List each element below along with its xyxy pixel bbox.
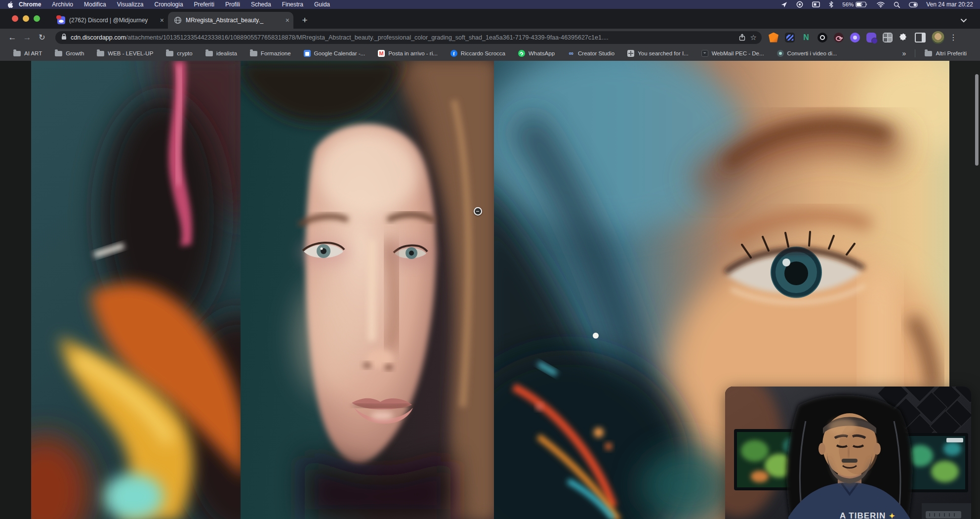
menu-visualizza[interactable]: Visualizza: [112, 1, 149, 8]
bookmark-star-icon[interactable]: ☆: [750, 33, 757, 42]
display-icon[interactable]: [808, 0, 824, 9]
url-text: cdn.discordapp.com/attachments/101351233…: [71, 34, 734, 41]
profile-avatar[interactable]: [932, 31, 944, 44]
discord-favicon: [57, 16, 65, 24]
bookmark-video-converter[interactable]: Converti i video di...: [771, 50, 844, 57]
menu-archivio[interactable]: Archivio: [46, 1, 79, 8]
side-panel-icon[interactable]: [915, 33, 926, 43]
bookmark-folder-formazione[interactable]: Formazione: [244, 50, 297, 56]
menu-profili[interactable]: Profili: [220, 1, 245, 8]
bookmark-label: idealista: [216, 50, 237, 56]
tab-search-chevron-icon[interactable]: [960, 16, 967, 25]
bw-grid-extension-icon[interactable]: [883, 33, 893, 43]
user-switch-icon[interactable]: [904, 0, 922, 9]
watermark-partial: A TIBERIN ✦: [840, 511, 896, 519]
chrome-toolbar: ← → ↻ cdn.discordapp.com/attachments/101…: [0, 29, 980, 46]
black-circle-extension-icon[interactable]: [817, 33, 827, 43]
bookmark-folder-web-level-up[interactable]: WEB - LEVEL-UP: [90, 50, 160, 56]
bookmarks-bar: AI ART Growth WEB - LEVEL-UP crypto idea…: [0, 46, 980, 61]
menu-modifica[interactable]: Modifica: [79, 1, 112, 8]
bookmark-label: Google Calendar -...: [314, 50, 366, 56]
bookmark-folder-ai-art[interactable]: AI ART: [7, 50, 48, 56]
wifi-icon[interactable]: [872, 0, 889, 9]
menu-cronologia[interactable]: Cronologia: [149, 1, 189, 8]
page-margin-left: [0, 61, 31, 519]
page-scrollbar-thumb[interactable]: [975, 74, 979, 166]
extensions-puzzle-icon[interactable]: [899, 33, 908, 42]
screen: { "menubar": { "menus": ["Chrome","Archi…: [0, 0, 980, 519]
artwork-panel-abstract: [31, 61, 241, 519]
bookmark-folder-crypto[interactable]: crypto: [160, 50, 199, 56]
other-favorites-folder[interactable]: Altri Preferiti: [918, 50, 973, 56]
bookmark-facebook-profile[interactable]: fRiccardo Scrocca: [444, 50, 512, 57]
address-bar[interactable]: cdn.discordapp.com/attachments/101351233…: [55, 31, 762, 44]
close-window-button[interactable]: [12, 15, 18, 22]
tab-discord[interactable]: (2762) Discord | @Midjourney ×: [51, 12, 168, 29]
menu-scheda[interactable]: Scheda: [245, 1, 277, 8]
folder-icon: [925, 51, 932, 56]
tab-title: (2762) Discord | @Midjourney: [69, 17, 156, 24]
bookmark-creator-studio[interactable]: ∞Creator Studio: [561, 50, 621, 57]
menu-finestra[interactable]: Finestra: [277, 1, 309, 8]
chrome-menu-icon[interactable]: ⋮: [949, 33, 957, 42]
bookmark-label: WhatsApp: [529, 50, 555, 56]
purple-circle-extension-icon[interactable]: [850, 33, 860, 43]
pink-key-extension-icon[interactable]: [834, 33, 844, 43]
url-domain: cdn.discordapp.com: [71, 34, 126, 41]
bookmark-you-searched[interactable]: You searched for I...: [621, 50, 695, 57]
bookmark-google-calendar[interactable]: Google Calendar -...: [297, 50, 372, 57]
battery-percent: 56%: [842, 1, 856, 7]
bookmark-folder-idealista[interactable]: idealista: [199, 50, 244, 56]
watermark-text: A TIBERIN: [840, 511, 886, 519]
location-arrow-icon[interactable]: [776, 0, 792, 9]
converter-icon: [777, 50, 784, 57]
bookmark-gmail-inbox[interactable]: MPosta in arrivo - ri...: [371, 50, 444, 57]
spotlight-search-icon[interactable]: [889, 0, 904, 9]
bluetooth-icon[interactable]: [824, 0, 838, 9]
desk-keyboard: [922, 503, 971, 519]
purple-stack-badge-extension-icon[interactable]: [866, 33, 876, 43]
bookmark-webmail-pec[interactable]: WebMail PEC - De...: [695, 50, 771, 57]
menu-chrome[interactable]: Chrome: [13, 1, 46, 8]
artwork-panel-portrait: [241, 61, 494, 519]
menu-guida[interactable]: Guida: [309, 1, 335, 8]
bookmark-folder-growth[interactable]: Growth: [48, 50, 90, 56]
blue-waves-extension-icon[interactable]: [785, 33, 795, 43]
reload-button[interactable]: ↻: [35, 33, 49, 42]
calendar-icon: [304, 50, 311, 57]
facebook-icon: f: [450, 50, 457, 57]
bookmark-whatsapp[interactable]: WhatsApp: [512, 50, 561, 57]
forward-button[interactable]: →: [20, 33, 35, 43]
green-n-extension-icon[interactable]: N: [801, 33, 811, 43]
apple-menu-icon[interactable]: [7, 1, 13, 8]
tab-title: MRregista_Abstract_beauty._: [186, 17, 282, 24]
chrome-tab-strip: (2762) Discord | @Midjourney × MRregista…: [0, 9, 980, 29]
extensions-row: N: [769, 33, 908, 43]
globe-favicon: [174, 16, 182, 24]
bookmark-label: Riccardo Scrocca: [461, 50, 505, 56]
tab-image-active[interactable]: MRregista_Abstract_beauty._ ×: [168, 12, 293, 29]
bookmarks-overflow-chevron[interactable]: »: [897, 49, 912, 57]
bookmark-label: Formazione: [261, 50, 291, 56]
bookmark-label: Altri Preferiti: [936, 50, 967, 56]
close-tab-icon[interactable]: ×: [285, 16, 293, 24]
share-icon[interactable]: [739, 34, 745, 41]
lock-icon[interactable]: [61, 33, 67, 42]
gmail-icon: M: [378, 50, 385, 57]
battery-indicator[interactable]: 56%: [838, 0, 872, 9]
metamask-fox-icon[interactable]: [769, 33, 778, 43]
minimize-window-button[interactable]: [23, 15, 29, 22]
bookmark-label: WebMail PEC - De...: [712, 50, 764, 56]
fullscreen-window-button[interactable]: [34, 15, 40, 22]
bookmark-label: AI ART: [24, 50, 42, 56]
menubar-clock[interactable]: Ven 24 mar 20:22: [922, 1, 980, 8]
bookmarks-divider: [915, 49, 915, 57]
bookmark-label: Converti i video di...: [787, 50, 837, 56]
screen-record-icon[interactable]: [792, 0, 808, 9]
folder-icon: [97, 51, 104, 56]
bookmark-label: Posta in arrivo - ri...: [388, 50, 438, 56]
menu-preferiti[interactable]: Preferiti: [189, 1, 220, 8]
close-tab-icon[interactable]: ×: [159, 16, 168, 24]
back-button[interactable]: ←: [5, 33, 20, 43]
new-tab-button[interactable]: +: [299, 15, 310, 26]
